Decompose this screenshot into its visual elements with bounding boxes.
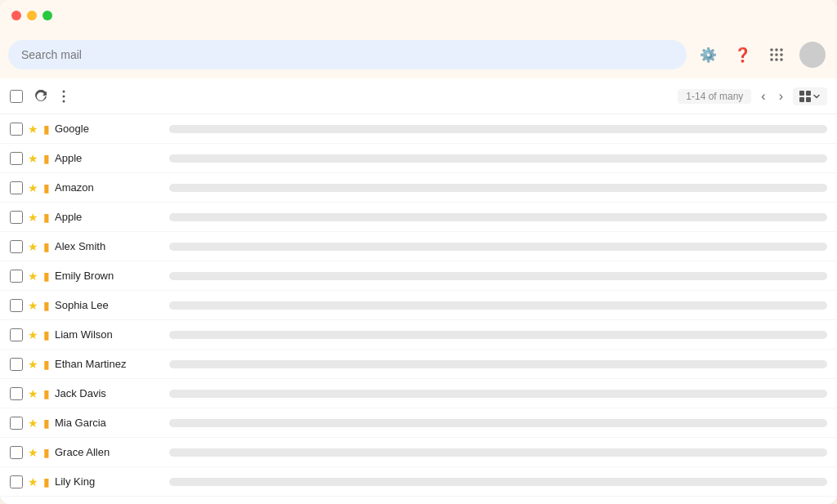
sender-name: Apple: [55, 211, 161, 223]
email-row[interactable]: ★ ▮ Liam Wilson: [0, 320, 837, 350]
email-row[interactable]: ★ ▮ Apple: [0, 144, 837, 173]
row-checkbox[interactable]: [10, 299, 23, 312]
sender-name: Emily Brown: [55, 270, 161, 282]
star-icon[interactable]: ★: [28, 299, 38, 312]
toolbar-left: [10, 88, 69, 105]
row-checkbox[interactable]: [10, 270, 23, 283]
star-icon[interactable]: ★: [28, 417, 38, 430]
email-row[interactable]: ★ ▮ Alex Smith: [0, 232, 837, 261]
email-row[interactable]: ★ ▮ Google: [0, 114, 837, 144]
email-list: ★ ▮ Google ★ ▮ Apple ★ ▮ Amazon ★ ▮ Appl…: [0, 114, 837, 504]
row-checkbox[interactable]: [10, 387, 23, 400]
svg-point-9: [63, 90, 65, 92]
sender-name: Mia Garcia: [55, 417, 161, 429]
email-row[interactable]: ★ ▮ Amazon: [0, 173, 837, 203]
svg-point-2: [780, 48, 783, 51]
row-checkbox[interactable]: [10, 446, 23, 459]
star-icon[interactable]: ★: [28, 328, 38, 341]
email-preview: [169, 478, 827, 486]
label-icon[interactable]: ▮: [43, 181, 50, 194]
help-button[interactable]: ❓: [731, 43, 754, 66]
maximize-button[interactable]: [43, 11, 52, 20]
sender-name: Alex Smith: [55, 240, 161, 252]
label-icon[interactable]: ▮: [43, 152, 50, 165]
svg-rect-12: [799, 91, 804, 96]
toolbar-right: 1-14 of many ‹ ›: [678, 87, 827, 105]
email-preview: [169, 213, 827, 221]
svg-point-10: [63, 95, 65, 97]
star-icon[interactable]: ★: [28, 475, 38, 488]
email-preview: [169, 419, 827, 427]
email-preview: [169, 390, 827, 398]
star-icon[interactable]: ★: [28, 446, 38, 459]
svg-point-6: [770, 58, 773, 61]
email-row[interactable]: ★ ▮ Jack Davis: [0, 379, 837, 408]
search-input[interactable]: [8, 40, 687, 69]
star-icon[interactable]: ★: [28, 270, 38, 283]
refresh-button[interactable]: [31, 88, 51, 105]
email-row[interactable]: ★ ▮ Ethan Martinez: [0, 350, 837, 379]
label-icon[interactable]: ▮: [43, 417, 50, 430]
view-toggle-button[interactable]: [793, 87, 827, 105]
star-icon[interactable]: ★: [28, 123, 38, 136]
row-checkbox[interactable]: [10, 475, 23, 488]
sender-name: Liam Wilson: [55, 328, 161, 341]
star-icon[interactable]: ★: [28, 152, 38, 165]
sender-name: Google: [55, 123, 161, 135]
minimize-button[interactable]: [27, 11, 37, 20]
label-icon[interactable]: ▮: [43, 358, 50, 371]
email-preview: [169, 331, 827, 339]
label-icon[interactable]: ▮: [43, 328, 50, 341]
star-icon[interactable]: ★: [28, 181, 38, 194]
row-checkbox[interactable]: [10, 211, 23, 224]
avatar-button[interactable]: [799, 42, 826, 68]
row-checkbox[interactable]: [10, 240, 23, 253]
select-all-checkbox[interactable]: [10, 90, 23, 103]
email-preview: [169, 301, 827, 310]
pagination-label: 1-14 of many: [678, 89, 751, 104]
star-icon[interactable]: ★: [28, 240, 38, 253]
label-icon[interactable]: ▮: [43, 446, 50, 459]
settings-button[interactable]: ⚙️: [696, 43, 719, 66]
label-icon[interactable]: ▮: [43, 387, 50, 400]
star-icon[interactable]: ★: [28, 358, 38, 371]
email-row[interactable]: ★ ▮ Grace Allen: [0, 438, 837, 467]
email-preview: [169, 243, 827, 251]
label-icon[interactable]: ▮: [43, 475, 50, 488]
email-row[interactable]: ★ ▮ Apple: [0, 203, 837, 232]
email-row[interactable]: ★ ▮ Mia Garcia: [0, 408, 837, 438]
close-button[interactable]: [11, 11, 21, 20]
prev-page-button[interactable]: ‹: [758, 87, 768, 105]
email-row[interactable]: ★ ▮ Lily King: [0, 467, 837, 497]
email-preview: [169, 184, 827, 192]
star-icon[interactable]: ★: [28, 211, 38, 224]
label-icon[interactable]: ▮: [43, 240, 50, 253]
next-page-button[interactable]: ›: [776, 87, 786, 105]
row-checkbox[interactable]: [10, 152, 23, 165]
email-preview: [169, 125, 827, 133]
svg-point-4: [775, 53, 778, 56]
app-window: ⚙️ ❓: [0, 0, 837, 504]
row-checkbox[interactable]: [10, 181, 23, 194]
email-row[interactable]: ★ ▮ Matthew Reed: [0, 497, 837, 504]
email-preview: [169, 272, 827, 280]
email-row[interactable]: ★ ▮ Emily Brown: [0, 261, 837, 291]
star-icon[interactable]: ★: [28, 387, 38, 400]
email-row[interactable]: ★ ▮ Sophia Lee: [0, 291, 837, 320]
svg-point-8: [780, 58, 783, 61]
svg-rect-14: [799, 97, 804, 102]
label-icon[interactable]: ▮: [43, 299, 50, 312]
row-checkbox[interactable]: [10, 417, 23, 430]
row-checkbox[interactable]: [10, 328, 23, 341]
sender-name: Ethan Martinez: [55, 358, 161, 370]
label-icon[interactable]: ▮: [43, 211, 50, 224]
label-icon[interactable]: ▮: [43, 123, 50, 136]
svg-point-3: [770, 53, 773, 56]
row-checkbox[interactable]: [10, 123, 23, 136]
svg-point-5: [780, 53, 783, 56]
apps-button[interactable]: [765, 43, 788, 66]
more-options-button[interactable]: [59, 88, 69, 105]
label-icon[interactable]: ▮: [43, 270, 50, 283]
row-checkbox[interactable]: [10, 358, 23, 371]
topbar-icons: ⚙️ ❓: [696, 42, 826, 68]
